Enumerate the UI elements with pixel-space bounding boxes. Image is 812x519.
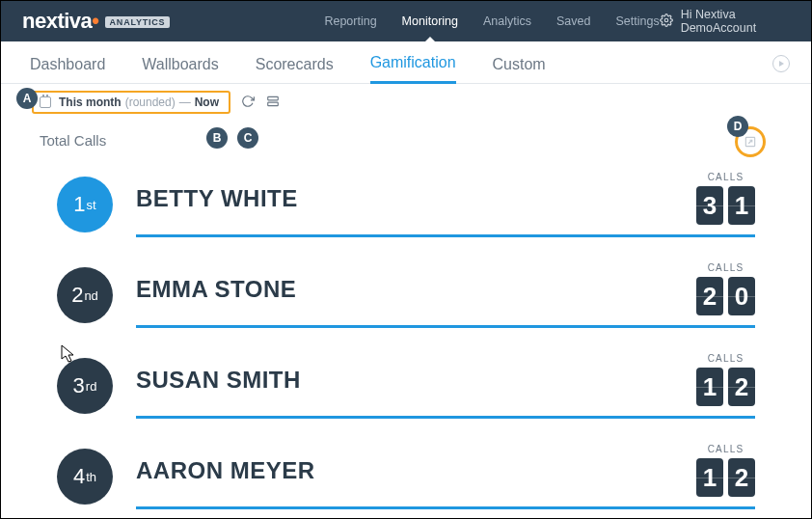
brand: nextiva• ANALYTICS (22, 9, 170, 34)
rank-badge: 4th (57, 449, 113, 505)
value-flip: 20 (696, 277, 755, 315)
tab-scorecards[interactable]: Scorecards (256, 56, 334, 83)
date-from: This month (59, 96, 122, 109)
value-label: CALLS (696, 262, 755, 273)
nav-analytics[interactable]: Analytics (483, 1, 531, 41)
user-greeting[interactable]: Hi Nextiva DemoAccount (660, 8, 790, 35)
calendar-icon (40, 96, 51, 108)
nav-monitoring[interactable]: Monitoring (402, 1, 458, 41)
brand-tag: ANALYTICS (105, 16, 171, 28)
user-label: Hi Nextiva DemoAccount (681, 8, 790, 35)
gear-icon (660, 14, 673, 30)
value-flip: 31 (696, 186, 755, 225)
leaderboard-row: 2nd EMMA STONE CALLS 20 (57, 262, 755, 328)
top-nav-bar: nextiva• ANALYTICS Reporting Monitoring … (1, 1, 811, 41)
rank-badge: 2nd (57, 267, 113, 323)
refresh-icon[interactable] (240, 95, 256, 111)
tab-dashboard[interactable]: Dashboard (30, 56, 105, 83)
leaderboard-row: 3rd SUSAN SMITH CALLS 12 (57, 353, 755, 419)
leaderboard-row: 4th AARON MEYER CALLS 12 (57, 444, 755, 509)
expand-icon[interactable] (744, 135, 757, 151)
controls-row: This month (rounded) — Now (1, 84, 811, 115)
svg-rect-2 (268, 102, 279, 106)
row-name: AARON MEYER (136, 457, 315, 484)
svg-point-0 (664, 18, 668, 22)
value-label: CALLS (696, 353, 755, 364)
value-label: CALLS (696, 172, 755, 182)
row-name: SUSAN SMITH (136, 367, 301, 394)
row-name: BETTY WHITE (136, 185, 298, 212)
nav-settings[interactable]: Settings (615, 1, 659, 41)
tab-gamification[interactable]: Gamification (370, 54, 456, 84)
value-flip: 12 (696, 458, 755, 497)
nav-reporting[interactable]: Reporting (324, 1, 376, 41)
section-title-row: Total Calls (1, 115, 811, 156)
section-title: Total Calls (40, 132, 106, 149)
leaderboard: 1st BETTY WHITE CALLS 31 2nd EMMA STONE … (1, 156, 811, 519)
rank-badge: 1st (57, 177, 113, 232)
date-separator: — (179, 96, 191, 109)
primary-nav: Reporting Monitoring Analytics Saved Set… (324, 1, 659, 41)
value-label: CALLS (696, 444, 755, 454)
tab-wallboards[interactable]: Wallboards (142, 56, 218, 83)
brand-name: nextiva• (22, 9, 99, 34)
tab-custom[interactable]: Custom (493, 56, 546, 83)
sub-nav-bar: Dashboard Wallboards Scorecards Gamifica… (1, 41, 811, 84)
date-range-picker[interactable]: This month (rounded) — Now (32, 91, 230, 114)
layout-icon[interactable] (265, 95, 281, 111)
nav-saved[interactable]: Saved (556, 1, 590, 41)
date-to: Now (195, 96, 219, 109)
row-name: EMMA STONE (136, 276, 296, 303)
leaderboard-row: 1st BETTY WHITE CALLS 31 (57, 172, 755, 237)
value-flip: 12 (696, 368, 755, 406)
svg-rect-1 (268, 96, 279, 100)
rank-badge: 3rd (57, 358, 113, 414)
play-icon[interactable] (772, 55, 790, 72)
date-qualifier: (rounded) (125, 96, 176, 109)
